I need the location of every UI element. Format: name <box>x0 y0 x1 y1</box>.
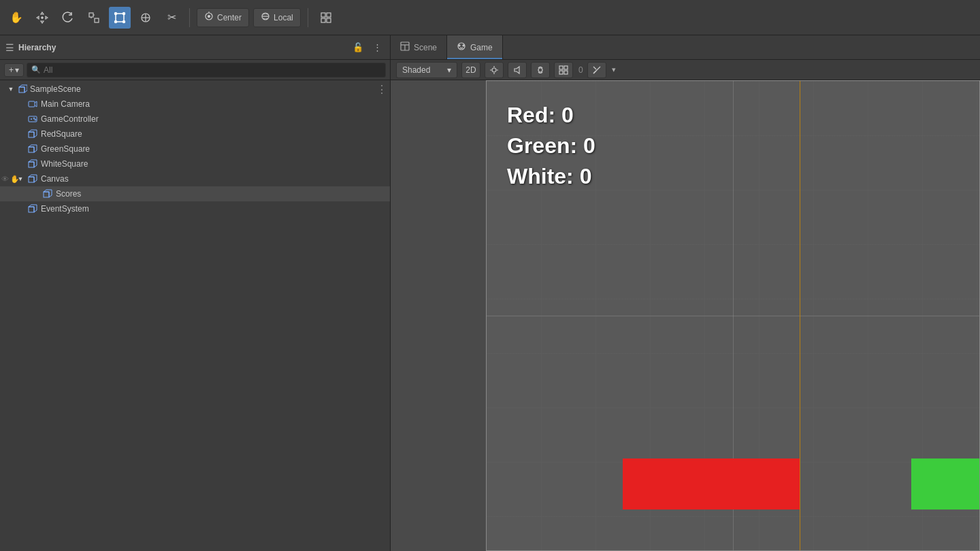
svg-point-9 <box>123 20 125 22</box>
scene-toolbar: Shaded ▾ 2D <box>391 60 980 80</box>
svg-rect-40 <box>29 177 34 182</box>
tree-item-canvas[interactable]: 👁 ✋ ▼ Canvas <box>0 171 390 186</box>
gizmos-btn[interactable] <box>587 62 606 78</box>
rotate-tool-btn[interactable] <box>57 7 79 29</box>
viewport-left-gutter <box>391 80 486 551</box>
tree-label-red-square: RedSquare <box>41 129 82 139</box>
rect-tool-btn[interactable] <box>109 7 131 29</box>
lighting-btn[interactable] <box>485 62 504 78</box>
transform-tool-btn[interactable] <box>135 7 157 29</box>
svg-rect-22 <box>19 87 24 93</box>
tab-game[interactable]: Game <box>447 35 503 59</box>
tree-label-white-square: WhiteSquare <box>41 159 88 169</box>
hierarchy-menu-icon: ☰ <box>5 42 14 53</box>
canvas-visibility: 👁 ✋ <box>1 175 20 184</box>
tree-item-white-square[interactable]: WhiteSquare <box>0 156 390 171</box>
toolbar-sep-2 <box>308 8 308 27</box>
svg-rect-19 <box>327 13 331 17</box>
effects-btn[interactable] <box>531 62 550 78</box>
2d-btn[interactable]: 2D <box>461 62 480 78</box>
right-panel: Scene Game Shaded ▾ <box>391 35 980 551</box>
tree-item-event-system[interactable]: EventSystem <box>0 201 390 216</box>
scene-icon-white-square <box>27 158 38 169</box>
tree-label-canvas: Canvas <box>41 174 69 184</box>
pivot-dropdown[interactable]: Center <box>197 8 249 27</box>
white-score-text: White: 0 <box>507 161 595 192</box>
shaded-label: Shaded <box>402 65 430 75</box>
scene-icon-red-square <box>27 129 38 139</box>
svg-rect-31 <box>29 132 34 137</box>
svg-rect-63 <box>559 71 563 74</box>
tree-label-game-controller: GameController <box>41 114 99 124</box>
svg-point-53 <box>459 45 460 46</box>
audio-btn[interactable] <box>508 62 527 78</box>
svg-line-66 <box>593 67 596 69</box>
svg-rect-64 <box>564 71 568 74</box>
tree-label-scores: Scores <box>56 189 81 199</box>
tree-item-main-camera[interactable]: Main Camera <box>0 97 390 112</box>
shaded-arrow: ▾ <box>447 65 451 75</box>
hierarchy-lock-btn[interactable]: 🔓 <box>350 40 365 55</box>
pivot-icon <box>204 12 214 23</box>
svg-line-67 <box>593 71 596 73</box>
snap-btn[interactable] <box>315 7 337 29</box>
main-area: ☰ Hierarchy 🔓 ⋮ + ▾ 🔍 ▼ <box>0 35 980 551</box>
svg-rect-25 <box>29 101 35 107</box>
game-border: Red: 0 Green: 0 White: 0 <box>486 80 980 551</box>
scene-icon-main-camera <box>27 99 38 110</box>
search-icon: 🔍 <box>31 65 41 74</box>
scene-vis-btn[interactable] <box>554 62 573 78</box>
tree-item-sample-scene[interactable]: ▼ SampleScene ⋮ <box>0 82 390 97</box>
tree-item-red-square[interactable]: RedSquare <box>0 127 390 141</box>
tree-label-sample-scene: SampleScene <box>30 84 81 94</box>
tree-item-green-square[interactable]: GreenSquare <box>0 141 390 156</box>
svg-rect-62 <box>564 66 568 69</box>
hierarchy-panel: ☰ Hierarchy 🔓 ⋮ + ▾ 🔍 ▼ <box>0 35 391 551</box>
green-square-game-obj <box>911 458 979 510</box>
custom-tool-btn[interactable]: ✂ <box>161 7 182 29</box>
red-square-game-obj <box>623 458 800 510</box>
hierarchy-more-btn[interactable]: ⋮ <box>370 40 385 55</box>
svg-rect-1 <box>89 13 93 17</box>
green-score-text: Green: 0 <box>507 131 595 161</box>
move-tool-btn[interactable] <box>31 7 53 29</box>
svg-point-6 <box>115 12 117 14</box>
game-viewport: Red: 0 Green: 0 White: 0 <box>391 80 980 551</box>
scene-icon-sample-scene <box>18 84 27 94</box>
svg-rect-5 <box>116 14 124 22</box>
svg-rect-61 <box>559 66 563 69</box>
tree-label-event-system: EventSystem <box>41 204 89 214</box>
svg-point-30 <box>35 119 36 120</box>
tree-item-game-controller[interactable]: GameController <box>0 112 390 127</box>
eye-icon: 👁 <box>1 175 9 183</box>
svg-point-14 <box>208 16 210 18</box>
svg-point-55 <box>492 68 496 72</box>
scene-options-btn[interactable]: ⋮ <box>376 83 387 96</box>
toolbar-sep-1 <box>189 8 190 27</box>
center-orange-line <box>800 81 800 550</box>
svg-rect-46 <box>29 207 34 212</box>
game-tab-icon <box>457 41 466 53</box>
tree-item-scores[interactable]: Scores <box>0 186 390 201</box>
space-icon <box>261 12 270 23</box>
hierarchy-tree: ▼ SampleScene ⋮ <box>0 80 390 551</box>
2d-label: 2D <box>466 65 476 75</box>
hand-icon: ✋ <box>10 175 20 184</box>
svg-rect-37 <box>29 162 34 167</box>
search-box: 🔍 <box>27 63 386 78</box>
scene-icon-event-system <box>27 203 38 214</box>
space-dropdown[interactable]: Local <box>253 8 301 27</box>
svg-point-29 <box>33 118 35 119</box>
scale-tool-btn[interactable] <box>83 7 105 29</box>
hand-tool-btn[interactable]: ✋ <box>5 7 27 29</box>
gizmos-arrow: ▾ <box>612 65 616 74</box>
add-object-btn[interactable]: + ▾ <box>4 63 24 77</box>
add-chevron: ▾ <box>15 65 19 75</box>
scene-vis-count: 0 <box>578 65 583 75</box>
add-icon: + <box>9 65 14 75</box>
search-input[interactable] <box>44 65 381 75</box>
tab-scene[interactable]: Scene <box>391 35 447 59</box>
svg-rect-21 <box>327 18 331 22</box>
scene-icon-canvas <box>27 173 38 184</box>
shaded-dropdown[interactable]: Shaded ▾ <box>396 62 457 78</box>
